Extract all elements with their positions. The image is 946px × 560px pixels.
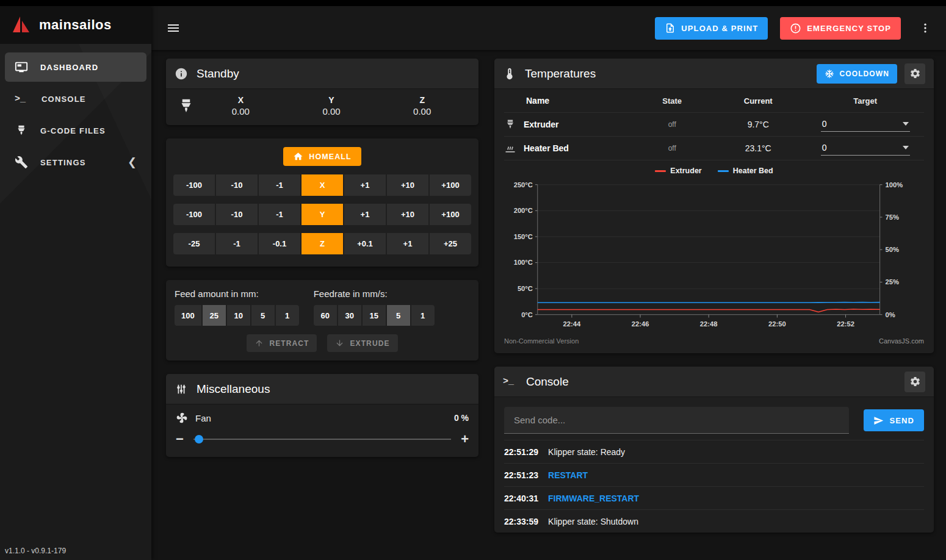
sidebar-item-console[interactable]: >_ CONSOLE (5, 84, 146, 113)
retract-label: RETRACT (269, 339, 309, 348)
svg-text:150°C: 150°C (514, 233, 533, 240)
jog-z-minus-01[interactable]: -0.1 (259, 233, 300, 254)
sidebar-item-dashboard[interactable]: DASHBOARD (5, 52, 146, 82)
heater-bed-icon (504, 142, 516, 154)
jog-x-minus-100[interactable]: -100 (173, 174, 215, 196)
feedrate-5[interactable]: 5 (387, 305, 410, 326)
log-row[interactable]: 22:51:23 RESTART (504, 463, 924, 486)
sidebar-item-label: CONSOLE (42, 95, 86, 104)
upload-file-icon (665, 23, 676, 34)
feed-amount-100[interactable]: 100 (175, 305, 201, 326)
svg-text:22:48: 22:48 (700, 320, 718, 328)
svg-text:22:46: 22:46 (632, 320, 649, 328)
sidebar-item-gcode-files[interactable]: G-CODE FILES (5, 116, 146, 145)
feed-amount-25[interactable]: 25 (203, 305, 226, 326)
feedrate-60[interactable]: 60 (314, 305, 337, 326)
jog-z-minus-1[interactable]: -1 (216, 233, 258, 254)
sidebar-item-label: SETTINGS (40, 158, 86, 167)
console-input[interactable] (504, 407, 849, 434)
home-icon (293, 151, 303, 162)
jog-x-plus-1[interactable]: +1 (344, 174, 386, 196)
cooldown-button[interactable]: COOLDOWN (817, 64, 897, 84)
legend-extruder[interactable]: Extruder (655, 167, 701, 175)
extrude-button[interactable]: EXTRUDE (327, 334, 397, 352)
axis-z-button[interactable]: Z (301, 233, 343, 254)
jog-x-plus-10[interactable]: +10 (387, 174, 428, 196)
canvasjs-link[interactable]: CanvasJS.com (879, 337, 924, 345)
console-settings-button[interactable] (904, 372, 925, 392)
feedrate-group: Feedrate in mm/s: 60 30 15 5 1 (314, 289, 435, 326)
emergency-stop-label: EMERGENCY STOP (807, 24, 891, 33)
feed-amount-label: Feed amount in mm: (175, 289, 299, 299)
fan-decrease-button[interactable]: − (176, 433, 184, 446)
jog-z-plus-01[interactable]: +0.1 (344, 233, 386, 254)
upload-print-label: UPLOAD & PRINT (681, 24, 758, 33)
heater-state: off (634, 120, 710, 129)
feedrate-1[interactable]: 1 (411, 305, 435, 326)
jog-x-minus-10[interactable]: -10 (216, 174, 258, 196)
legend-extruder-label: Extruder (670, 167, 701, 175)
log-message-command[interactable]: RESTART (548, 470, 588, 480)
jog-y-plus-100[interactable]: +100 (430, 204, 471, 225)
log-row[interactable]: 22:51:29 Klipper state: Ready (504, 440, 924, 463)
content: Standby X 0.00 Y 0.00 Z (151, 50, 946, 560)
temperatures-settings-button[interactable] (904, 63, 925, 84)
temperatures-card: Temperatures COOLDOWN (494, 59, 934, 353)
nozzle-icon (15, 124, 28, 137)
jog-z-minus-25[interactable]: -25 (173, 233, 215, 254)
extruder-target-select[interactable]: 0 (821, 118, 910, 132)
feedrate-15[interactable]: 15 (363, 305, 386, 326)
axis-x-button[interactable]: X (301, 174, 343, 196)
jog-y-plus-10[interactable]: +10 (387, 204, 428, 225)
upload-print-button[interactable]: UPLOAD & PRINT (655, 17, 768, 40)
feed-amount-5[interactable]: 5 (251, 305, 275, 326)
table-row-heater-bed: Heater Bed off 23.1°C 0 (504, 137, 924, 160)
jog-y-plus-1[interactable]: +1 (344, 204, 386, 225)
jog-y-minus-100[interactable]: -100 (173, 204, 215, 225)
heater-name: Heater Bed (524, 143, 569, 153)
chart-footer: Non-Commercial Version CanvasJS.com (503, 336, 925, 351)
jog-y-minus-1[interactable]: -1 (259, 204, 300, 225)
feed-amount-10[interactable]: 10 (227, 305, 250, 326)
console-header: >_ Console (494, 367, 934, 397)
chevron-down-icon (903, 122, 909, 126)
jog-z-plus-1[interactable]: +1 (387, 233, 428, 254)
kebab-menu-button[interactable] (913, 16, 937, 40)
chart-legend: Extruder Heater Bed (503, 167, 925, 175)
fan-slider-thumb[interactable] (195, 435, 203, 443)
sidebar-item-settings[interactable]: SETTINGS ❮ (5, 148, 146, 177)
axis-y-button[interactable]: Y (301, 204, 343, 225)
fan-slider[interactable] (193, 435, 451, 443)
fan-increase-button[interactable]: + (461, 433, 469, 446)
extrusion-card: Feed amount in mm: 100 25 10 5 1 (166, 280, 478, 361)
jog-y-minus-10[interactable]: -10 (216, 204, 258, 225)
jog-x-plus-100[interactable]: +100 (430, 174, 471, 196)
svg-text:200°C: 200°C (514, 207, 533, 214)
log-row[interactable]: 22:33:59 Klipper state: Shutdown (504, 509, 924, 533)
feedrate-30[interactable]: 30 (338, 305, 361, 326)
retract-button[interactable]: RETRACT (247, 334, 317, 352)
console-card: >_ Console SEND (494, 367, 934, 533)
home-all-button[interactable]: HOMEALL (283, 147, 361, 166)
target-value: 0 (822, 143, 827, 153)
send-button[interactable]: SEND (864, 409, 924, 431)
logo[interactable]: mainsailos (0, 6, 151, 44)
legend-heater-bed[interactable]: Heater Bed (718, 167, 773, 175)
cooldown-label: COOLDOWN (840, 70, 889, 78)
jog-x-minus-1[interactable]: -1 (259, 174, 300, 196)
log-message-command[interactable]: FIRMWARE_RESTART (548, 494, 639, 503)
emergency-stop-button[interactable]: EMERGENCY STOP (780, 17, 901, 40)
heater-bed-target-select[interactable]: 0 (821, 142, 910, 156)
send-icon (873, 415, 884, 426)
jog-z-plus-25[interactable]: +25 (430, 233, 471, 254)
feed-amount-1[interactable]: 1 (276, 305, 299, 326)
collapse-sidebar-icon[interactable]: ❮ (128, 156, 137, 169)
log-row[interactable]: 22:40:31 FIRMWARE_RESTART (504, 486, 924, 509)
extrusion-body: Feed amount in mm: 100 25 10 5 1 (166, 280, 478, 361)
extrude-label: EXTRUDE (350, 339, 389, 348)
hamburger-menu-button[interactable] (161, 16, 186, 40)
gear-icon (909, 376, 921, 387)
svg-text:22:52: 22:52 (837, 320, 854, 328)
mainsail-logo-icon (11, 15, 32, 35)
miscellaneous-card: Miscellaneous Fan 0 % − (166, 374, 478, 457)
